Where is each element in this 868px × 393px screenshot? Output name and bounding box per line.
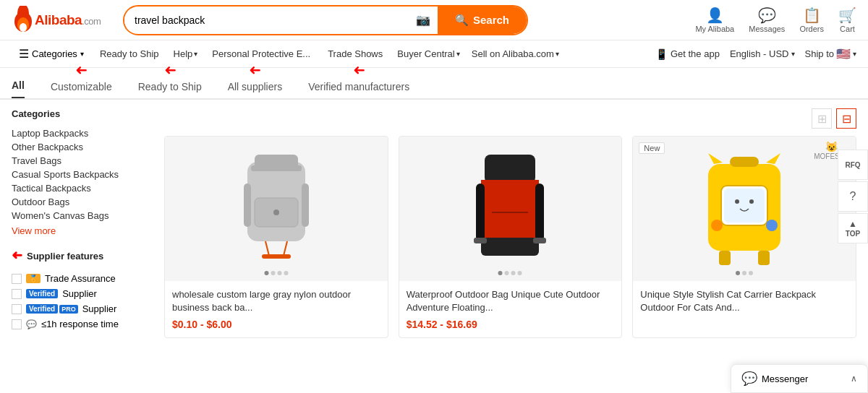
- filter-trade-assurance[interactable]: 🏅 Trade Assurance: [12, 271, 153, 286]
- navbar-right: 📱 Get the app English - USD ▾ Ship to 🇺🇸…: [655, 47, 856, 61]
- svg-point-29: [735, 199, 739, 204]
- product-card-1[interactable]: wholesale custom large gray nylon outdoo…: [164, 136, 388, 338]
- orders-icon: 📋: [803, 7, 821, 24]
- detail-view-btn[interactable]: ⊟: [836, 108, 856, 129]
- red-backpack-illustration: [470, 147, 550, 270]
- search-button[interactable]: 🔍 Search: [438, 7, 527, 34]
- category-outdoor-bags[interactable]: Outdoor Bags: [12, 195, 153, 209]
- response-time-label: ≤1h response time: [41, 319, 119, 329]
- response-time-checkbox[interactable]: [12, 319, 22, 329]
- verified-pro-checkbox[interactable]: [12, 304, 22, 314]
- nav-ready-to-ship[interactable]: Ready to Ship: [91, 45, 168, 63]
- filter-response-time[interactable]: 💬 ≤1h response time: [12, 316, 153, 332]
- trade-assurance-checkbox[interactable]: [12, 274, 22, 284]
- logo-text: Alibaba.com: [35, 12, 101, 28]
- orders-action[interactable]: 📋 Orders: [799, 7, 824, 33]
- svg-rect-26: [730, 157, 759, 167]
- mobile-icon: 📱: [655, 48, 668, 60]
- language-selector[interactable]: English - USD ▾: [730, 48, 795, 59]
- verified-badge-icon: Verified: [26, 289, 58, 298]
- product-3-new-badge: New: [639, 142, 665, 154]
- search-input[interactable]: [124, 9, 409, 32]
- product-2-info: Waterproof Outdoor Bag Unique Cute Outdo…: [399, 281, 622, 337]
- tab-ready-to-ship[interactable]: ➜ Ready to Ship: [138, 81, 202, 98]
- verified-supplier-checkbox[interactable]: [12, 289, 22, 299]
- svg-rect-16: [481, 180, 539, 187]
- svg-line-12: [284, 241, 287, 256]
- logo[interactable]: Alibaba.com: [12, 6, 113, 35]
- svg-rect-21: [533, 238, 546, 243]
- svg-rect-13: [262, 254, 291, 259]
- search-icon: 🔍: [455, 14, 469, 27]
- product-3-title: Unique Style Stylish Cat Carrier Backpac…: [640, 288, 848, 314]
- cart-label: Cart: [840, 25, 855, 33]
- rfq-button[interactable]: RFQ: [838, 150, 868, 180]
- arrow-all-suppliers-icon: ➜: [249, 62, 261, 79]
- category-womens-canvas-bags[interactable]: Women's Canvas Bags: [12, 209, 153, 223]
- get-app-link[interactable]: 📱 Get the app: [655, 48, 720, 60]
- verified-pro-label: Supplier: [82, 303, 117, 314]
- hamburger-icon: ☰: [19, 47, 29, 61]
- orders-label: Orders: [799, 25, 824, 33]
- top-button[interactable]: ▲ TOP: [838, 213, 868, 243]
- arrow-ready-to-ship-icon: ➜: [163, 62, 176, 79]
- my-alibaba-icon: 👤: [706, 7, 724, 24]
- question-icon: ?: [850, 190, 856, 203]
- product-2-image: [399, 137, 622, 281]
- tab-all-suppliers[interactable]: ➜ All suppliers: [228, 81, 282, 98]
- arrow-supplier-features-icon: ➜: [12, 248, 22, 264]
- filter-verified-supplier[interactable]: Verified Supplier: [12, 286, 153, 301]
- ship-to-selector[interactable]: Ship to 🇺🇸 ▾: [805, 47, 856, 61]
- flag-icon: 🇺🇸: [836, 47, 851, 61]
- categories-menu[interactable]: ☰ Categories ▾: [12, 43, 91, 64]
- nav-personal-protective[interactable]: Personal Protective E...: [203, 45, 319, 63]
- ship-to-chevron-icon: ▾: [853, 50, 856, 58]
- yellow-backpack-illustration: [701, 150, 788, 269]
- category-other-backpacks[interactable]: Other Backpacks: [12, 140, 153, 154]
- category-travel-bags[interactable]: Travel Bags: [12, 154, 153, 168]
- filter-verified-pro-supplier[interactable]: Verified PRO Supplier: [12, 301, 153, 316]
- grid-view-btn[interactable]: ⊞: [812, 108, 832, 129]
- category-casual-sports-backpacks[interactable]: Casual Sports Backpacks: [12, 168, 153, 181]
- product-1-price: $0.10 - $6.00: [172, 319, 380, 330]
- svg-point-30: [749, 199, 754, 204]
- svg-rect-25: [724, 189, 765, 223]
- messages-icon: 💬: [758, 7, 776, 24]
- product-card-2[interactable]: Waterproof Outdoor Bag Unique Cute Outdo…: [399, 136, 623, 338]
- messages-label: Messages: [749, 25, 785, 33]
- chevron-up-icon: ▲: [848, 219, 857, 229]
- verified-pro-badge-icon: Verified: [26, 304, 58, 314]
- nav-help[interactable]: Help ▾: [168, 45, 204, 63]
- product-2-price: $14.52 - $16.69: [407, 319, 615, 330]
- product-1-info: wholesale custom large gray nylon outdoo…: [165, 281, 388, 337]
- category-laptop-backpacks[interactable]: Laptop Backpacks: [12, 126, 153, 140]
- trade-assurance-badge-icon: 🏅: [26, 274, 41, 283]
- header-actions: 👤 My Alibaba 💬 Messages 📋 Orders 🛒 Cart: [695, 7, 856, 33]
- sell-chevron-icon: ▾: [556, 50, 559, 58]
- view-more-link[interactable]: View more: [12, 225, 153, 236]
- camera-icon[interactable]: 📷: [409, 13, 438, 27]
- tab-all[interactable]: All: [12, 79, 25, 98]
- svg-rect-17: [481, 238, 539, 256]
- category-tactical-backpacks[interactable]: Tactical Backpacks: [12, 181, 153, 195]
- svg-rect-33: [719, 251, 731, 265]
- svg-rect-20: [474, 238, 487, 243]
- tab-customizable[interactable]: ➜ Customizable: [51, 81, 112, 98]
- product-3-info: Unique Style Stylish Cat Carrier Backpac…: [633, 281, 856, 326]
- svg-marker-27: [708, 153, 723, 164]
- nav-buyer-central[interactable]: Buyer Central ▾: [391, 45, 465, 63]
- nav-sell-on-alibaba[interactable]: Sell on Alibaba.com ▾: [466, 45, 565, 63]
- response-time-icon: 💬: [26, 319, 37, 329]
- nav-trade-shows[interactable]: Trade Shows: [319, 45, 391, 63]
- product-card-3[interactable]: New 😺 MOFESIPI: [632, 136, 856, 338]
- help-button[interactable]: ?: [838, 181, 868, 212]
- cart-action[interactable]: 🛒 Cart: [838, 7, 856, 33]
- buyer-central-chevron-icon: ▾: [456, 50, 460, 58]
- my-alibaba-action[interactable]: 👤 My Alibaba: [695, 7, 734, 33]
- messages-action[interactable]: 💬 Messages: [749, 7, 785, 33]
- trade-assurance-label: Trade Assurance: [45, 273, 116, 284]
- tab-verified-manufacturers[interactable]: ➜ Verified manufacturers: [308, 81, 409, 98]
- sidebar: Categories Laptop Backpacks Other Backpa…: [12, 108, 153, 338]
- pro-badge-icon: PRO: [59, 305, 78, 314]
- products-toolbar: ⊞ ⊟: [164, 108, 856, 129]
